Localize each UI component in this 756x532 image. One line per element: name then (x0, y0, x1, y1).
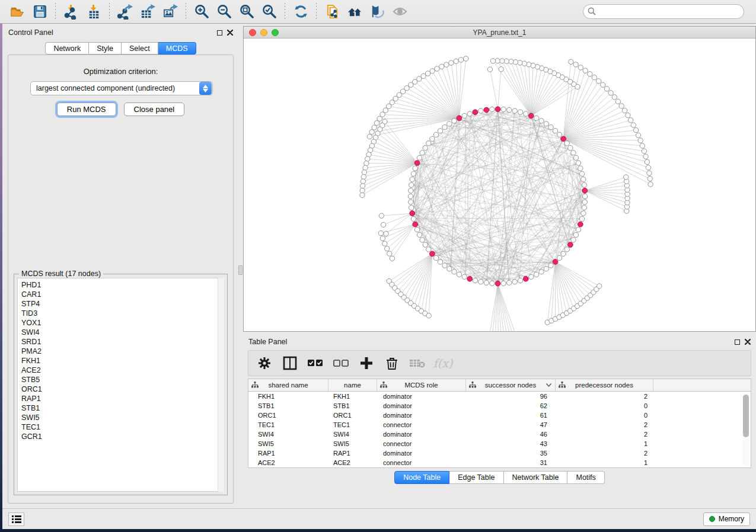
import-network-icon[interactable] (60, 2, 82, 22)
zoom-in-icon[interactable] (190, 2, 213, 22)
result-node-item[interactable]: PMA2 (21, 347, 224, 356)
import-table-icon[interactable] (82, 2, 105, 22)
ring-node[interactable] (512, 108, 517, 113)
mcds-node[interactable] (484, 107, 489, 113)
zoom-fit-icon[interactable] (235, 2, 258, 22)
leaf-node[interactable] (596, 79, 601, 84)
ring-node[interactable] (408, 194, 413, 198)
ring-node[interactable] (582, 200, 587, 204)
ring-node[interactable] (473, 278, 477, 283)
ring-node[interactable] (417, 155, 422, 160)
column-header-name[interactable]: name (328, 379, 377, 391)
table-row[interactable]: RAP1RAP1dominator352 (248, 448, 751, 458)
table-row[interactable]: ORC1ORC1dominator610 (248, 411, 751, 420)
select-all-columns-icon[interactable] (308, 355, 323, 371)
table-scrollbar-thumb[interactable] (743, 395, 749, 437)
mcds-node[interactable] (582, 188, 588, 193)
criterion-dropdown[interactable]: largest connected component (undirected) (30, 81, 213, 95)
leaf-node[interactable] (360, 188, 365, 193)
mcds-node[interactable] (567, 242, 573, 248)
ring-node[interactable] (557, 132, 562, 137)
ring-node[interactable] (438, 129, 442, 133)
mcds-node[interactable] (467, 276, 473, 281)
ring-node[interactable] (409, 188, 413, 193)
ring-node[interactable] (518, 110, 522, 114)
table-scrollbar[interactable] (742, 393, 749, 465)
leaf-node[interactable] (638, 138, 643, 143)
export-table-icon[interactable] (136, 2, 159, 22)
leaf-node[interactable] (588, 72, 592, 76)
leaf-node[interactable] (612, 95, 617, 100)
ring-node[interactable] (414, 227, 419, 232)
network-canvas[interactable] (244, 39, 755, 331)
leaf-node[interactable] (647, 176, 652, 181)
tab-select[interactable]: Select (122, 42, 158, 55)
leaf-node[interactable] (379, 213, 384, 218)
leaf-node[interactable] (362, 170, 366, 175)
result-node-item[interactable]: ACE2 (21, 366, 224, 375)
delete-column-icon[interactable] (384, 355, 400, 371)
ring-node[interactable] (423, 242, 428, 247)
leaf-node[interactable] (377, 116, 382, 121)
ring-node[interactable] (430, 136, 435, 141)
ring-node[interactable] (544, 267, 548, 271)
ring-node[interactable] (582, 182, 586, 187)
ring-node[interactable] (410, 177, 414, 182)
result-node-item[interactable]: PHD1 (21, 280, 224, 290)
leaf-node[interactable] (522, 61, 527, 66)
leaf-node[interactable] (449, 60, 454, 65)
hide-selected-icon[interactable] (366, 2, 388, 22)
table-row[interactable]: SWI4SWI4dominator462 (248, 430, 751, 439)
column-header-shared-name[interactable]: shared name (248, 379, 328, 391)
result-node-item[interactable]: RAP1 (21, 394, 224, 403)
ring-node[interactable] (447, 121, 452, 126)
ring-node[interactable] (426, 247, 431, 252)
export-image-icon[interactable] (159, 2, 181, 22)
leaf-node[interactable] (608, 91, 613, 95)
ring-node[interactable] (452, 118, 457, 123)
ring-node[interactable] (420, 150, 425, 155)
ring-node[interactable] (457, 272, 461, 277)
zoom-out-icon[interactable] (213, 2, 235, 22)
ring-node[interactable] (571, 238, 576, 242)
task-history-button[interactable] (8, 512, 24, 526)
leaf-node[interactable] (464, 56, 468, 61)
ring-node[interactable] (447, 267, 452, 271)
leaf-node[interactable] (380, 236, 385, 241)
mcds-node[interactable] (430, 251, 435, 257)
leaf-node[interactable] (619, 104, 624, 108)
ring-node[interactable] (581, 211, 586, 216)
result-node-item[interactable]: STB1 (21, 403, 224, 413)
ring-node[interactable] (529, 274, 534, 279)
ring-node[interactable] (564, 247, 569, 252)
ring-node[interactable] (467, 111, 472, 116)
ring-node[interactable] (518, 278, 522, 283)
leaf-node[interactable] (648, 182, 653, 187)
ring-node[interactable] (573, 155, 578, 160)
ring-node[interactable] (579, 216, 584, 221)
leaf-node[interactable] (624, 175, 629, 180)
mcds-node[interactable] (523, 276, 528, 281)
table-row[interactable]: YOX1YOX1connector291 (248, 467, 751, 468)
ring-node[interactable] (582, 194, 587, 198)
leaf-node[interactable] (369, 130, 374, 134)
leaf-node[interactable] (381, 222, 385, 227)
export-network-icon[interactable] (114, 2, 136, 22)
leaf-node[interactable] (647, 171, 652, 175)
leaf-node[interactable] (509, 59, 513, 64)
ring-node[interactable] (462, 274, 467, 279)
leaf-node[interactable] (636, 133, 640, 137)
leaf-node[interactable] (361, 179, 365, 184)
result-node-item[interactable]: SWI5 (21, 413, 224, 422)
mcds-node[interactable] (528, 113, 534, 118)
leaf-node[interactable] (633, 127, 638, 132)
ring-node[interactable] (433, 132, 438, 137)
ring-node[interactable] (417, 232, 422, 237)
ring-node[interactable] (561, 251, 566, 256)
leaf-node[interactable] (363, 165, 368, 170)
result-list-scrollbar[interactable] (218, 278, 224, 492)
table-row[interactable]: SWI5SWI5connector431 (248, 439, 751, 448)
open-file-icon[interactable] (6, 2, 28, 22)
tab-mcds[interactable]: MCDS (158, 42, 196, 55)
leaf-node[interactable] (527, 62, 531, 67)
